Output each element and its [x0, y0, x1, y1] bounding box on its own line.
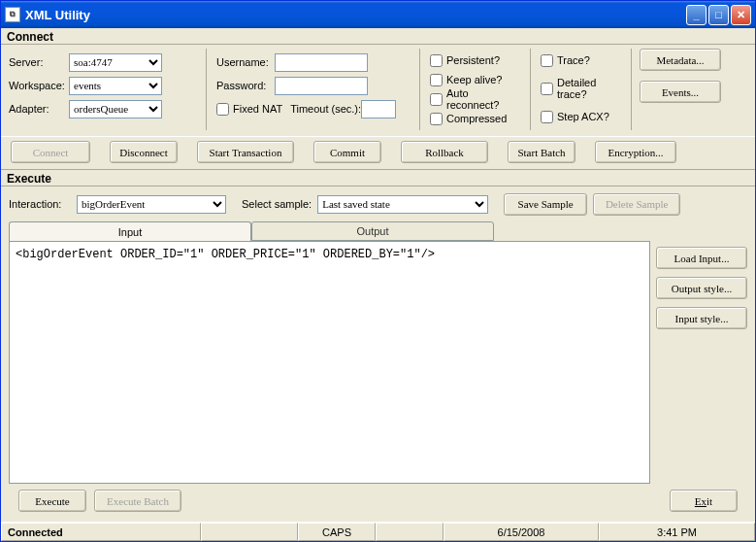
exit-button[interactable]: Exit: [670, 490, 738, 512]
server-label: Server:: [9, 56, 69, 68]
tab-input-label: Input: [118, 226, 142, 238]
tab-output[interactable]: Output: [251, 221, 494, 241]
status-caps: CAPS: [298, 523, 376, 541]
status-time: 3:41 PM: [599, 523, 755, 541]
status-blank2: [376, 523, 444, 541]
xml-input-textarea[interactable]: <bigOrderEvent ORDER_ID="1" ORDER_PRICE=…: [10, 242, 649, 483]
fixed-nat-checkbox[interactable]: [216, 103, 229, 116]
input-style-button[interactable]: Input style...: [656, 307, 747, 329]
execute-batch-button[interactable]: Execute Batch: [94, 490, 181, 512]
disconnect-button[interactable]: Disconnect: [110, 141, 178, 163]
start-batch-button[interactable]: Start Batch: [508, 141, 575, 163]
persistent-checkbox[interactable]: [430, 54, 443, 67]
step-acx-label: Step ACX?: [557, 111, 609, 122]
close-button[interactable]: ✕: [731, 5, 751, 25]
events-button[interactable]: Events...: [640, 81, 721, 103]
execute-group-title: Execute: [1, 170, 755, 186]
fixed-nat-label: Fixed NAT: [233, 103, 282, 115]
adapter-combo[interactable]: ordersQueue: [69, 100, 162, 119]
window-title: XML Utility: [25, 8, 686, 22]
compressed-checkbox[interactable]: [430, 113, 443, 125]
execute-button[interactable]: Execute: [18, 490, 86, 512]
save-sample-button[interactable]: Save Sample: [504, 193, 587, 216]
server-combo[interactable]: soa:4747: [69, 53, 162, 72]
trace-label: Trace?: [557, 54, 590, 66]
status-date: 6/15/2008: [444, 523, 599, 541]
password-input[interactable]: [275, 77, 368, 95]
status-blank1: [201, 523, 298, 541]
app-icon: ⧉: [5, 7, 20, 22]
delete-sample-button[interactable]: Delete Sample: [593, 193, 680, 216]
workspace-combo[interactable]: events: [69, 77, 162, 95]
connect-group-title: Connect: [1, 28, 755, 45]
tab-output-label: Output: [356, 225, 388, 237]
interaction-combo[interactable]: bigOrderEvent: [77, 195, 226, 214]
password-label: Password:: [216, 80, 275, 91]
step-acx-checkbox[interactable]: [541, 111, 553, 123]
encryption-button[interactable]: Encryption...: [595, 141, 676, 163]
start-transaction-button[interactable]: Start Transaction: [197, 141, 294, 163]
tab-input[interactable]: Input: [9, 221, 251, 241]
app-window: ⧉ XML Utility _ □ ✕ Connect Server: soa:…: [0, 0, 756, 542]
output-style-button[interactable]: Output style...: [656, 277, 747, 299]
detailed-trace-label: Detailed trace?: [557, 77, 623, 100]
maximize-button[interactable]: □: [708, 5, 729, 25]
keepalive-label: Keep alive?: [446, 74, 503, 85]
statusbar: Connected CAPS 6/15/2008 3:41 PM: [1, 522, 755, 541]
adapter-label: Adapter:: [9, 103, 69, 115]
select-sample-label: Select sample:: [242, 198, 312, 210]
load-input-button[interactable]: Load Input...: [656, 247, 747, 269]
autoreconnect-checkbox[interactable]: [430, 93, 443, 106]
compressed-label: Compressed: [446, 113, 507, 124]
timeout-label: Timeout (sec.):: [290, 103, 361, 115]
trace-checkbox[interactable]: [541, 54, 553, 67]
username-input[interactable]: [275, 53, 368, 72]
status-connected: Connected: [1, 523, 201, 541]
connect-button[interactable]: Connect: [11, 141, 90, 163]
metadata-button[interactable]: Metadata...: [640, 49, 721, 71]
workspace-label: Workspace:: [9, 80, 69, 91]
minimize-button[interactable]: _: [686, 5, 707, 25]
autoreconnect-label: Auto reconnect?: [446, 87, 522, 111]
keepalive-checkbox[interactable]: [430, 74, 443, 86]
commit-button[interactable]: Commit: [313, 141, 381, 163]
interaction-label: Interaction:: [9, 198, 71, 210]
timeout-input[interactable]: [361, 100, 396, 119]
exit-label-rest: it: [707, 495, 712, 507]
titlebar[interactable]: ⧉ XML Utility _ □ ✕: [1, 1, 755, 28]
username-label: Username:: [216, 56, 275, 68]
detailed-trace-checkbox[interactable]: [541, 83, 553, 95]
persistent-label: Persistent?: [446, 54, 500, 66]
rollback-button[interactable]: Rollback: [401, 141, 488, 163]
select-sample-combo[interactable]: Last saved state: [317, 195, 488, 214]
